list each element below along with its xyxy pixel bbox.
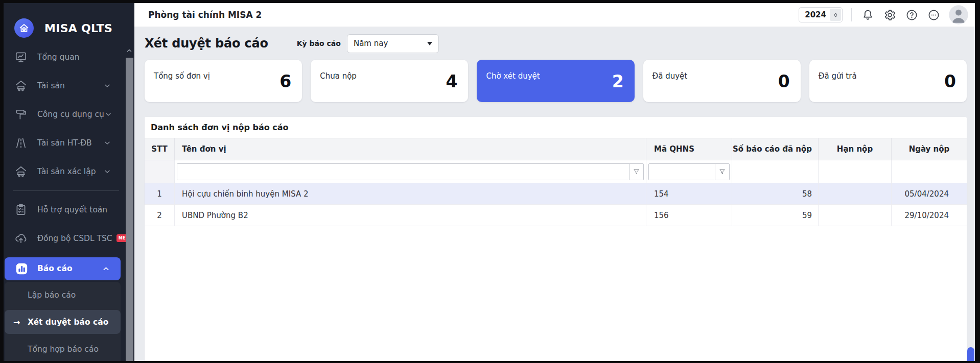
logo-house-icon (14, 18, 34, 38)
avatar-icon (948, 5, 969, 25)
filter-input-ma[interactable] (649, 164, 715, 180)
column-header-ten[interactable]: Tên đơn vị (175, 138, 646, 160)
column-header-ma[interactable]: Mã QHNS (646, 138, 732, 160)
stat-card-value: 4 (446, 71, 457, 91)
sidebar-item-label: Tài sản (37, 81, 65, 90)
sidebar-item-tai-san-xac-lap[interactable]: Tài sản xác lập (4, 157, 134, 186)
user-avatar[interactable] (948, 5, 969, 25)
stat-card-1[interactable]: Tổng số đơn vị6 (145, 60, 302, 102)
sidebar-item-tai-san-ht-db[interactable]: Tài sản HT-ĐB (4, 129, 134, 157)
asset-icon (14, 79, 28, 92)
report-units-panel: Danh sách đơn vị nộp báo cáo STTTên đơn … (145, 117, 967, 361)
scroll-up-icon[interactable] (125, 47, 133, 54)
sidebar-item-tai-san[interactable]: Tài sản (4, 71, 134, 100)
period-dropdown-value: Năm nay (354, 39, 388, 48)
topbar: Phòng tài chính MISA 2 2024 (134, 3, 975, 27)
filter-button-ten[interactable] (629, 164, 643, 180)
stat-card-label: Chờ xét duyệt (486, 71, 540, 81)
year-stepper[interactable] (830, 9, 841, 21)
year-selector[interactable]: 2024 (799, 7, 843, 22)
table-row[interactable]: 2UBND Phường B21565929/10/2024 (145, 205, 967, 226)
funnel-icon (718, 168, 726, 176)
stat-card-2[interactable]: Chưa nộp4 (311, 60, 468, 102)
table-title: Danh sách đơn vị nộp báo cáo (145, 117, 967, 138)
sidebar-scrollbar[interactable] (125, 44, 134, 361)
sidebar-item-tong-quan[interactable]: Tổng quan (4, 43, 134, 71)
sidebar-subitem-tong-hop-bao-cao[interactable]: Tổng hợp báo cáo (5, 337, 121, 361)
sidebar-item-label: Hỗ trợ quyết toán (37, 205, 107, 214)
help-button[interactable] (904, 8, 919, 22)
stat-card-label: Chưa nộp (320, 71, 357, 81)
column-header-han[interactable]: Hạn nộp (819, 138, 892, 160)
sidebar-nav-primary: Tổng quanTài sảnCông cụ dụng cụTài sản H… (4, 43, 134, 186)
table-header-row: STTTên đơn vịMã QHNSSố báo cáo đã nộpHạn… (145, 138, 967, 160)
main-scrollbar-thumb[interactable] (967, 347, 974, 361)
cell-ten: UBND Phường B2 (175, 205, 646, 226)
bell-icon (861, 9, 874, 21)
cell-ma: 156 (646, 205, 732, 226)
more-button[interactable] (926, 8, 941, 22)
cell-han (819, 183, 892, 204)
settings-button[interactable] (882, 8, 897, 22)
sidebar-subitem-label: Tổng hợp báo cáo (28, 345, 99, 354)
period-dropdown[interactable]: Năm nay (347, 34, 439, 53)
road-icon (14, 136, 28, 150)
sidebar-item-ho-tro-quyet-toan[interactable]: Hỗ trợ quyết toán (4, 196, 134, 224)
cell-ngay: 05/04/2024 (892, 183, 967, 204)
active-arrow-icon: → (13, 317, 20, 327)
notifications-button[interactable] (860, 8, 875, 22)
chevron-down-icon (104, 110, 112, 118)
sidebar-subitem-label: Lập báo cáo (28, 291, 76, 300)
cell-ngay: 29/10/2024 (892, 205, 967, 226)
gear-icon (883, 9, 896, 21)
asset-icon (14, 165, 28, 178)
filter-input-ten[interactable] (177, 164, 629, 180)
sidebar-item-label: Tổng quan (37, 53, 80, 62)
period-label: Kỳ báo cáo (297, 39, 341, 47)
sidebar-subitem-lap-bao-cao[interactable]: Lập báo cáo (5, 283, 121, 307)
column-header-stt[interactable]: STT (145, 138, 175, 160)
filter-cell-ten (175, 160, 646, 183)
monitor-icon (14, 51, 28, 64)
sidebar-item-dong-bo-csdl-tsc[interactable]: Đồng bộ CSDL TSCNEW (4, 224, 134, 253)
table-row[interactable]: 1Hội cựu chiến binh huyện MISA 21545805/… (145, 183, 967, 205)
year-value: 2024 (805, 10, 826, 19)
sidebar-subitem-xet-duyet-bao-cao[interactable]: →Xét duyệt báo cáo (5, 310, 121, 334)
more-icon (927, 9, 940, 21)
sidebar-report-submenu: Lập báo cáo→Xét duyệt báo cáoTổng hợp bá… (5, 282, 121, 361)
chevron-down-icon (103, 82, 111, 90)
filter-cell-han (819, 160, 892, 183)
column-header-so[interactable]: Số báo cáo đã nộp (732, 138, 819, 160)
cell-so: 59 (732, 205, 819, 226)
sidebar-item-bao-cao[interactable]: Báo cáo (5, 257, 121, 280)
topbar-divider (851, 8, 852, 21)
sidebar: MISA QLTS Tổng quanTài sảnCông cụ dụng c… (4, 3, 134, 361)
stat-card-4[interactable]: Đã duyệt0 (643, 60, 801, 102)
app-window: MISA QLTS Tổng quanTài sảnCông cụ dụng c… (0, 0, 980, 363)
stat-card-label: Đã duyệt (652, 71, 688, 81)
sidebar-item-label: Công cụ dụng cụ (37, 110, 104, 119)
sidebar-scrollbar-thumb[interactable] (126, 58, 133, 361)
main-area: Phòng tài chính MISA 2 2024 Xét duyệt bá… (134, 3, 975, 361)
app-logo-text: MISA QLTS (44, 22, 112, 35)
chevron-up-icon (102, 264, 110, 273)
chevron-down-icon (103, 139, 111, 147)
stat-card-value: 0 (778, 71, 789, 91)
filter-cell-so (732, 160, 819, 183)
sidebar-item-label: Tài sản HT-ĐB (37, 138, 92, 148)
column-header-ngay[interactable]: Ngày nộp (892, 138, 967, 160)
cell-ten: Hội cựu chiến binh huyện MISA 2 (175, 183, 646, 204)
caret-down-icon (427, 42, 432, 45)
sidebar-item-cong-cu-dung-cu[interactable]: Công cụ dụng cụ (4, 100, 134, 129)
stat-card-5[interactable]: Đã gửi trả0 (809, 60, 967, 102)
roller-icon (14, 108, 28, 121)
stat-card-label: Đã gửi trả (819, 71, 857, 81)
stat-card-value: 6 (279, 71, 291, 91)
filter-button-ma[interactable] (715, 164, 729, 180)
table-body: 1Hội cựu chiến binh huyện MISA 21545805/… (145, 183, 967, 226)
sidebar-nav-secondary: Hỗ trợ quyết toánĐồng bộ CSDL TSCNEW (4, 196, 134, 253)
up-down-chevrons-icon (832, 11, 839, 19)
table-filter-row (145, 160, 967, 183)
app-logo[interactable]: MISA QLTS (4, 3, 134, 43)
stat-card-3[interactable]: Chờ xét duyệt2 (477, 60, 634, 102)
